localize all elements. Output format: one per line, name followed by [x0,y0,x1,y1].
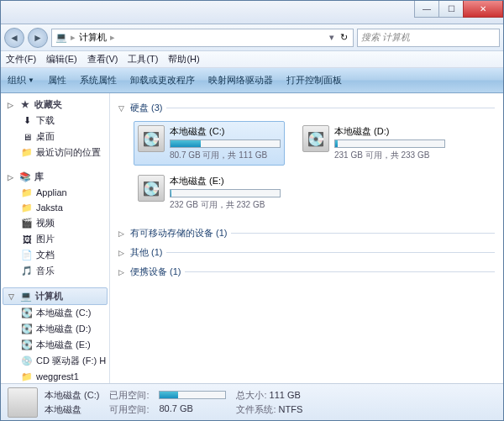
expand-icon: ▷ [8,101,16,109]
breadcrumb-sep-icon: ▸ [71,32,76,43]
item-icon: 💽 [21,324,33,335]
status-total-label: 总大小: [236,390,266,400]
sidebar-item-drive[interactable]: 💽本地磁盘 (D:) [1,321,109,337]
drive-icon: 💽 [302,125,329,152]
drive-item[interactable]: 💽本地磁盘 (E:)232 GB 可用，共 232 GB [134,171,285,215]
toolbar-system-properties[interactable]: 系统属性 [80,74,117,87]
sidebar-item-drive[interactable]: 💿CD 驱动器 (F:) H [1,353,109,369]
item-label: 桌面 [36,130,55,143]
drive-name: 本地磁盘 (D:) [334,125,445,138]
item-label: CD 驱动器 (F:) H [36,355,106,367]
status-total: 111 GB [270,390,301,400]
computer-icon: 💻 [20,291,32,303]
status-subtype: 本地磁盘 [45,403,99,416]
category-hard-drives[interactable]: ▽硬盘 (3) [118,98,495,118]
address-dropdown-icon[interactable]: ▾ [329,32,334,43]
search-input[interactable]: 搜索 计算机 [357,29,500,47]
item-icon: 🎵 [21,266,33,277]
sidebar-item-library[interactable]: 📁Jaksta [1,200,109,215]
item-icon: 💽 [21,339,33,351]
drive-item[interactable]: 💽本地磁盘 (D:)231 GB 可用，共 233 GB [298,121,449,166]
drive-name: 本地磁盘 (E:) [170,175,281,187]
item-label: Applian [36,187,67,197]
drive-usage-bar [170,189,281,197]
expand-icon: ▷ [118,229,127,238]
item-label: 图片 [36,233,55,245]
item-icon: 🖼 [21,234,33,245]
expand-icon: ▷ [8,173,16,182]
status-bar: 本地磁盘 (C:) 已用空间: 总大小: 111 GB 本地磁盘 可用空间: 8… [1,383,503,420]
sidebar-item-drive[interactable]: 📁weggrest1 [1,369,109,383]
item-label: 音乐 [36,265,55,277]
menu-tools[interactable]: 工具(T) [128,53,158,66]
expand-icon: ▷ [118,249,127,257]
drive-list: 💽本地磁盘 (C:)80.7 GB 可用，共 111 GB💽本地磁盘 (D:)2… [118,118,495,224]
item-icon: 💿 [21,355,33,367]
titlebar: — ☐ ✕ [1,1,503,24]
maximize-button[interactable]: ☐ [438,1,464,18]
drive-item[interactable]: 💽本地磁盘 (C:)80.7 GB 可用，共 111 GB [134,121,285,166]
toolbar-properties[interactable]: 属性 [48,74,66,87]
item-icon: ⬇ [21,115,33,127]
main-content: ▽硬盘 (3) 💽本地磁盘 (C:)80.7 GB 可用，共 111 GB💽本地… [110,93,503,383]
breadcrumb-sep-icon: ▸ [110,32,115,43]
sidebar-item-drive[interactable]: 💽本地磁盘 (E:) [1,337,109,353]
item-icon: 📁 [21,147,33,159]
sidebar-computer-head[interactable]: ▽💻计算机 [3,287,108,305]
close-button[interactable]: ✕ [463,1,503,18]
back-button[interactable]: ◄ [4,28,24,48]
drive-usage-bar [170,139,281,148]
minimize-button[interactable]: — [414,1,439,18]
drive-usage-bar [334,139,445,148]
menu-view[interactable]: 查看(V) [87,53,118,66]
item-icon: 📁 [21,371,33,382]
item-icon: 📁 [21,187,33,198]
status-fs: NTFS [279,404,303,414]
drive-free-text: 232 GB 可用，共 232 GB [170,199,281,211]
sidebar-item-library[interactable]: 📁Applian [1,185,109,200]
refresh-icon[interactable]: ↻ [338,32,349,44]
toolbar-organize[interactable]: 组织▼ [8,74,34,87]
item-icon: 📁 [21,202,33,213]
item-icon: 🖥 [21,131,33,143]
item-label: 本地磁盘 (D:) [36,323,91,335]
item-icon: 🎬 [21,218,33,229]
library-icon: 📚 [19,171,31,183]
collapse-icon: ▽ [118,104,127,113]
status-free-label: 可用空间: [109,403,149,416]
sidebar-libraries-head[interactable]: ▷📚库 [1,169,109,185]
drive-icon: 💽 [138,175,165,202]
sidebar-item-library[interactable]: 🖼图片 [1,231,109,247]
sidebar-item-favorite[interactable]: 🖥桌面 [1,129,109,145]
address-bar[interactable]: 💻 ▸ 计算机 ▸ ▾ ↻ [51,29,354,47]
expand-icon: ▽ [8,292,17,301]
sidebar-item-drive[interactable]: 💽本地磁盘 (C:) [1,305,109,321]
sidebar-favorites-head[interactable]: ▷★收藏夹 [1,97,109,113]
sidebar-item-library[interactable]: 🎵音乐 [1,263,109,279]
drive-free-text: 231 GB 可用，共 233 GB [334,150,445,161]
sidebar-item-favorite[interactable]: ⬇下载 [1,113,109,129]
menu-edit[interactable]: 编辑(E) [46,53,77,66]
category-other[interactable]: ▷其他 (1) [118,243,495,262]
nav-bar: ◄ ► 💻 ▸ 计算机 ▸ ▾ ↻ 搜索 计算机 [1,24,503,51]
item-label: 本地磁盘 (E:) [36,339,91,351]
toolbar-uninstall[interactable]: 卸载或更改程序 [130,74,195,87]
toolbar-map-network-drive[interactable]: 映射网络驱动器 [208,74,273,87]
status-used-label: 已用空间: [109,389,149,402]
breadcrumb-item[interactable]: 计算机 [79,31,107,44]
item-label: 视频 [36,217,55,229]
toolbar-control-panel[interactable]: 打开控制面板 [286,74,342,87]
category-removable[interactable]: ▷有可移动存储的设备 (1) [118,224,495,243]
sidebar-item-library[interactable]: 📄文档 [1,247,109,263]
item-label: 下载 [36,114,55,127]
menu-file[interactable]: 文件(F) [6,53,36,66]
forward-button[interactable]: ► [28,28,48,48]
menu-help[interactable]: 帮助(H) [168,53,199,66]
drive-icon: 💽 [138,125,165,152]
sidebar-item-library[interactable]: 🎬视频 [1,215,109,231]
category-portable[interactable]: ▷便携设备 (1) [118,262,495,282]
sidebar: ▷★收藏夹 ⬇下载🖥桌面📁最近访问的位置 ▷📚库 📁Applian📁Jaksta… [1,93,110,383]
item-icon: 📄 [21,250,33,261]
sidebar-item-favorite[interactable]: 📁最近访问的位置 [1,145,109,161]
star-icon: ★ [19,99,31,111]
